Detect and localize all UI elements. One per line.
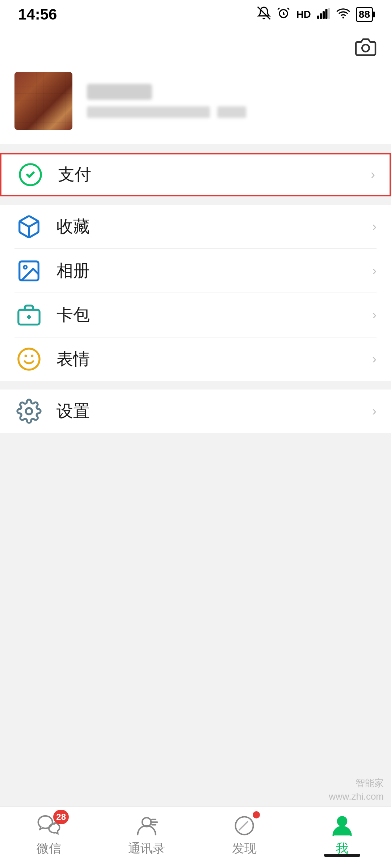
- nav-item-discover[interactable]: 发现: [196, 814, 293, 857]
- nav-item-wechat[interactable]: 28 微信: [0, 814, 98, 857]
- nav-discover-icon-wrap: [232, 814, 257, 837]
- svg-point-14: [24, 265, 27, 269]
- emoji-icon-wrap: [14, 345, 43, 374]
- nav-wechat-label: 微信: [37, 840, 61, 857]
- svg-point-21: [26, 408, 32, 414]
- payment-section: 支付 ›: [0, 153, 391, 196]
- nav-wechat-icon-wrap: 28: [36, 814, 62, 837]
- svg-rect-4: [317, 16, 319, 19]
- profile-id: [87, 106, 210, 118]
- profile-row: [14, 72, 377, 130]
- avatar: [14, 72, 72, 130]
- collect-label: 收藏: [56, 216, 372, 238]
- card-label: 卡包: [56, 304, 372, 326]
- menu-item-settings[interactable]: 设置 ›: [0, 390, 391, 433]
- alarm-icon: [277, 6, 290, 23]
- nav-contacts-icon-wrap: [134, 814, 159, 837]
- status-bar: 14:56 HD: [0, 0, 391, 29]
- svg-point-9: [342, 17, 344, 18]
- profile-section: [0, 29, 391, 144]
- album-icon-wrap: [14, 256, 43, 285]
- section-gap-2: [0, 196, 391, 205]
- album-label: 相册: [56, 260, 372, 282]
- nav-item-me[interactable]: 我: [293, 814, 391, 857]
- svg-rect-7: [325, 9, 327, 19]
- card-chevron: ›: [372, 307, 377, 323]
- menu-item-card[interactable]: 卡包 ›: [0, 293, 391, 337]
- menu-item-emoji[interactable]: 表情 ›: [0, 337, 391, 381]
- collect-chevron: ›: [372, 219, 377, 234]
- menu-item-payment[interactable]: 支付 ›: [0, 153, 391, 196]
- nav-contacts-label: 通讯录: [128, 840, 165, 857]
- svg-line-0: [258, 7, 270, 20]
- status-time: 14:56: [18, 6, 57, 23]
- collect-icon-wrap: [14, 212, 43, 241]
- nav-me-icon-wrap: [329, 814, 355, 837]
- profile-info: [87, 84, 377, 118]
- profile-name: [87, 84, 152, 100]
- signal-icon: [317, 8, 331, 22]
- discover-dot: [253, 811, 260, 818]
- battery-icon: 88: [356, 7, 373, 22]
- settings-section: 设置 ›: [0, 390, 391, 433]
- emoji-chevron: ›: [372, 352, 377, 367]
- settings-icon-wrap: [14, 397, 43, 426]
- misc-section: 收藏 › 相册 › 卡包 ›: [0, 205, 391, 381]
- svg-rect-8: [328, 8, 330, 19]
- emoji-label: 表情: [56, 348, 372, 370]
- svg-line-2: [278, 8, 280, 10]
- wifi-icon: [336, 6, 350, 23]
- mute-icon: [257, 6, 271, 23]
- wechat-badge: 28: [53, 810, 69, 824]
- bottom-nav: 28 微信 通讯录 发现: [0, 807, 391, 868]
- nav-item-contacts[interactable]: 通讯录: [98, 814, 196, 857]
- menu-item-collect[interactable]: 收藏 ›: [0, 205, 391, 248]
- nav-active-underline: [324, 854, 360, 857]
- camera-icon[interactable]: [355, 36, 377, 61]
- watermark: 智能家 www.zhi.com: [329, 776, 384, 803]
- payment-icon-wrap: [16, 160, 45, 189]
- settings-chevron: ›: [372, 404, 377, 419]
- status-icons: HD 88: [257, 6, 373, 23]
- settings-label: 设置: [56, 400, 372, 422]
- svg-line-3: [287, 8, 289, 10]
- nav-discover-label: 发现: [232, 840, 257, 857]
- profile-extra: [217, 106, 246, 118]
- payment-label: 支付: [58, 163, 371, 186]
- section-gap-3: [0, 381, 391, 390]
- svg-rect-6: [323, 11, 325, 19]
- svg-point-28: [338, 817, 347, 826]
- profile-id-row: [87, 106, 377, 118]
- menu-item-album[interactable]: 相册 ›: [0, 249, 391, 293]
- hd-icon: HD: [296, 9, 311, 20]
- card-icon-wrap: [14, 301, 43, 329]
- svg-point-18: [18, 349, 39, 370]
- svg-point-10: [362, 44, 369, 52]
- svg-point-26: [235, 817, 253, 834]
- payment-chevron: ›: [371, 167, 375, 182]
- album-chevron: ›: [372, 263, 377, 278]
- svg-rect-5: [320, 13, 322, 19]
- section-gap-1: [0, 144, 391, 153]
- svg-marker-27: [239, 821, 248, 830]
- body-fill: [0, 433, 391, 686]
